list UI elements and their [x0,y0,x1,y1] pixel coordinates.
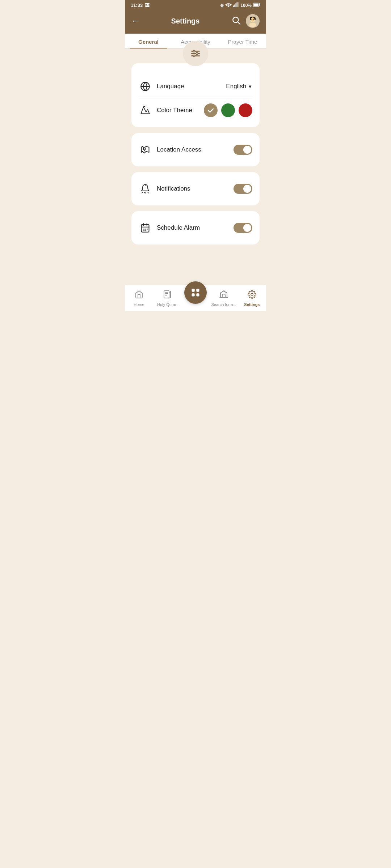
location-access-row: Location Access [139,140,252,160]
hotspot-icon: ⊕ [220,3,224,8]
card-schedule-alarm: Schedule Alarm [131,211,260,244]
color-option-tan[interactable] [204,103,218,117]
nav-settings-label: Settings [244,302,260,307]
color-option-green[interactable] [221,103,235,117]
svg-rect-2 [236,3,236,7]
nav-home-label: Home [134,302,144,307]
svg-rect-40 [192,293,195,296]
language-icon [139,80,152,93]
wifi-icon [225,2,232,8]
nav-fab-container [181,288,210,307]
back-button[interactable]: ← [131,16,139,26]
svg-rect-41 [196,293,199,296]
location-access-left: Location Access [139,143,201,156]
language-dropdown[interactable]: English ▼ [226,83,252,90]
svg-point-16 [252,19,252,20]
card-location: Location Access [131,133,260,166]
main-content: Language English ▼ Color Theme [125,49,266,285]
color-theme-row: Color Theme [139,100,252,121]
svg-rect-7 [260,4,260,5]
bottom-nav: Home Holy Quran [125,285,266,311]
schedule-alarm-left: Schedule Alarm [139,221,200,234]
language-label: Language [157,83,184,90]
fab-button[interactable] [184,281,207,304]
svg-line-9 [238,22,240,24]
card-notifications: Notifications [131,172,260,205]
notifications-toggle[interactable] [234,184,252,194]
status-time: 11:33 [131,3,143,8]
nav-home[interactable]: Home [125,290,153,307]
svg-point-21 [193,50,195,52]
notifications-row: Notifications [139,179,252,199]
header-icons [231,14,260,28]
page-title: Settings [171,17,200,25]
mosque-icon [219,290,228,301]
dropdown-chevron-icon: ▼ [248,84,252,89]
nav-search-label: Search for a... [211,302,236,307]
nav-search[interactable]: Search for a... [210,290,238,307]
color-theme-label: Color Theme [157,107,192,114]
home-icon [135,290,143,301]
svg-rect-6 [253,4,258,6]
color-theme-options [204,103,252,117]
battery-percent: 100% [240,3,252,8]
svg-rect-3 [237,2,237,7]
signal-icon [233,2,239,8]
bell-icon [139,182,152,195]
nav-quran-label: Holy Quran [157,302,177,307]
status-left: 11:33 🖼 [131,3,150,8]
schedule-alarm-row: Schedule Alarm [139,218,252,238]
tab-prayer-time[interactable]: Prayer Time [219,34,266,48]
settings-nav-icon [248,290,256,301]
avatar[interactable] [246,14,260,28]
book-icon [163,290,172,301]
location-label: Location Access [157,146,201,153]
svg-point-22 [196,52,198,54]
svg-rect-37 [164,291,169,298]
svg-rect-38 [192,289,195,292]
schedule-alarm-toggle[interactable] [234,223,252,233]
color-theme-left: Color Theme [139,104,192,117]
header: ← Settings [125,10,266,34]
language-row[interactable]: Language English ▼ [139,76,252,97]
status-right: ⊕ 100% [220,2,260,8]
svg-rect-1 [235,4,235,7]
svg-point-43 [251,293,253,295]
notifications-label: Notifications [157,185,190,192]
location-icon [139,143,152,156]
tab-general[interactable]: General [125,34,172,48]
search-icon[interactable] [231,16,241,26]
color-option-red[interactable] [239,103,252,117]
photo-icon: 🖼 [145,3,150,8]
schedule-alarm-label: Schedule Alarm [157,224,200,231]
svg-rect-12 [249,23,256,27]
status-bar: 11:33 🖼 ⊕ 100% [125,0,266,10]
svg-rect-39 [196,289,199,292]
svg-point-17 [253,19,254,20]
card-language-theme: Language English ▼ Color Theme [131,63,260,127]
notifications-left: Notifications [139,182,190,195]
nav-settings[interactable]: Settings [238,290,266,307]
language-value: English [226,83,246,90]
battery-icon [253,2,260,8]
language-left: Language [139,80,184,93]
calendar-icon [139,221,152,234]
settings-header-icon [183,41,208,66]
nav-holy-quran[interactable]: Holy Quran [153,290,181,307]
svg-rect-4 [238,2,239,7]
color-theme-icon [139,104,152,117]
location-toggle[interactable] [234,145,252,155]
divider [139,98,252,98]
svg-point-23 [193,55,195,57]
svg-rect-0 [234,5,234,7]
